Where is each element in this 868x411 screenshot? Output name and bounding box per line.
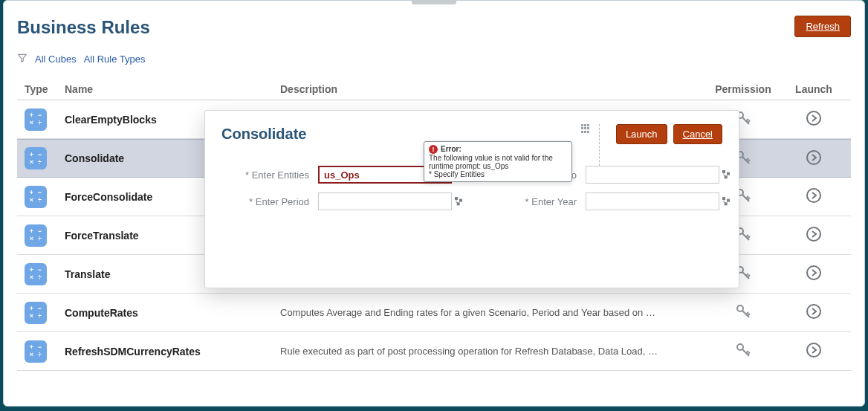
rule-description: Computes Average and Ending rates for a … bbox=[280, 307, 702, 318]
rule-name: RefreshSDMCurrencyRates bbox=[65, 346, 280, 357]
validation-error-tooltip: !Error: The following value is not valid… bbox=[424, 141, 572, 182]
rule-description: Rule executed as part of post processing… bbox=[280, 346, 702, 357]
label-entities: Enter Entities bbox=[221, 169, 318, 181]
filter-types-link[interactable]: All Rule Types bbox=[84, 54, 146, 65]
svg-point-5 bbox=[807, 189, 820, 202]
error-hint: * Specify Entities bbox=[429, 170, 567, 178]
input-scenario[interactable] bbox=[586, 166, 719, 184]
svg-rect-18 bbox=[727, 172, 730, 175]
table-row[interactable]: +−×÷ComputeRatesComputes Average and End… bbox=[17, 294, 851, 332]
rule-type-icon: +−×÷ bbox=[25, 109, 47, 131]
svg-point-11 bbox=[807, 305, 820, 318]
filter-cubes-link[interactable]: All Cubes bbox=[35, 54, 77, 65]
rule-type-icon: +−×÷ bbox=[25, 186, 47, 208]
col-desc: Description bbox=[280, 83, 702, 95]
funnel-icon[interactable] bbox=[17, 53, 27, 65]
launch-icon[interactable] bbox=[784, 341, 843, 361]
rule-name: ComputeRates bbox=[65, 307, 280, 319]
launch-icon[interactable] bbox=[784, 187, 843, 207]
permission-icon[interactable] bbox=[702, 341, 784, 361]
svg-point-9 bbox=[807, 266, 820, 279]
svg-rect-24 bbox=[727, 199, 730, 202]
picker-period-icon[interactable] bbox=[452, 195, 467, 207]
svg-rect-25 bbox=[725, 202, 728, 205]
dialog-title: Consolidate bbox=[221, 126, 306, 143]
picker-scenario-icon[interactable] bbox=[719, 169, 734, 181]
rule-type-icon: +−×÷ bbox=[25, 340, 47, 363]
svg-rect-21 bbox=[459, 199, 462, 202]
svg-point-12 bbox=[737, 344, 743, 350]
error-title: Error: bbox=[441, 145, 461, 153]
col-perm: Permission bbox=[702, 83, 784, 95]
svg-rect-19 bbox=[725, 175, 728, 178]
filter-bar: All Cubes All Rule Types bbox=[17, 53, 851, 65]
svg-point-13 bbox=[807, 343, 820, 357]
panel-drag-handle[interactable] bbox=[412, 0, 456, 4]
table-header: Type Name Description Permission Launch bbox=[17, 79, 851, 100]
rule-type-icon: +−×÷ bbox=[25, 263, 47, 285]
permission-icon[interactable] bbox=[702, 302, 784, 323]
svg-rect-23 bbox=[722, 197, 725, 200]
col-name: Name bbox=[65, 83, 280, 95]
launch-icon[interactable] bbox=[784, 149, 843, 169]
launch-icon[interactable] bbox=[784, 109, 843, 129]
table-row[interactable]: +−×÷RefreshSDMCurrencyRatesRule executed… bbox=[17, 332, 851, 371]
svg-point-10 bbox=[737, 305, 743, 311]
svg-point-1 bbox=[807, 111, 820, 125]
label-year: Enter Year bbox=[496, 196, 586, 207]
rule-type-icon: +−×÷ bbox=[25, 147, 47, 169]
refresh-button[interactable]: Refresh bbox=[794, 16, 851, 37]
input-period[interactable] bbox=[318, 192, 452, 210]
svg-rect-22 bbox=[457, 202, 460, 205]
svg-rect-20 bbox=[455, 197, 458, 200]
input-year[interactable] bbox=[586, 192, 719, 210]
svg-point-3 bbox=[807, 151, 820, 164]
launch-icon[interactable] bbox=[784, 302, 843, 323]
svg-rect-17 bbox=[722, 170, 725, 173]
run-rule-dialog: Consolidate Launch Cancel Enter Entities… bbox=[204, 110, 739, 288]
error-icon: ! bbox=[429, 145, 438, 154]
dialog-drag-grip-icon[interactable] bbox=[581, 124, 590, 133]
rule-type-icon: +−×÷ bbox=[25, 302, 47, 324]
launch-icon[interactable] bbox=[784, 264, 843, 284]
dialog-launch-button[interactable]: Launch bbox=[616, 124, 667, 144]
page-title: Business Rules bbox=[17, 17, 150, 38]
label-period: Enter Period bbox=[221, 196, 318, 207]
col-launch: Launch bbox=[784, 83, 843, 95]
dialog-separator bbox=[599, 124, 600, 166]
svg-point-7 bbox=[807, 227, 820, 241]
rule-type-icon: +−×÷ bbox=[25, 224, 47, 247]
error-message: The following value is not valid for the… bbox=[429, 154, 567, 170]
col-type: Type bbox=[25, 83, 65, 95]
launch-icon[interactable] bbox=[784, 225, 843, 245]
picker-year-icon[interactable] bbox=[719, 195, 734, 207]
dialog-cancel-button[interactable]: Cancel bbox=[673, 124, 722, 144]
